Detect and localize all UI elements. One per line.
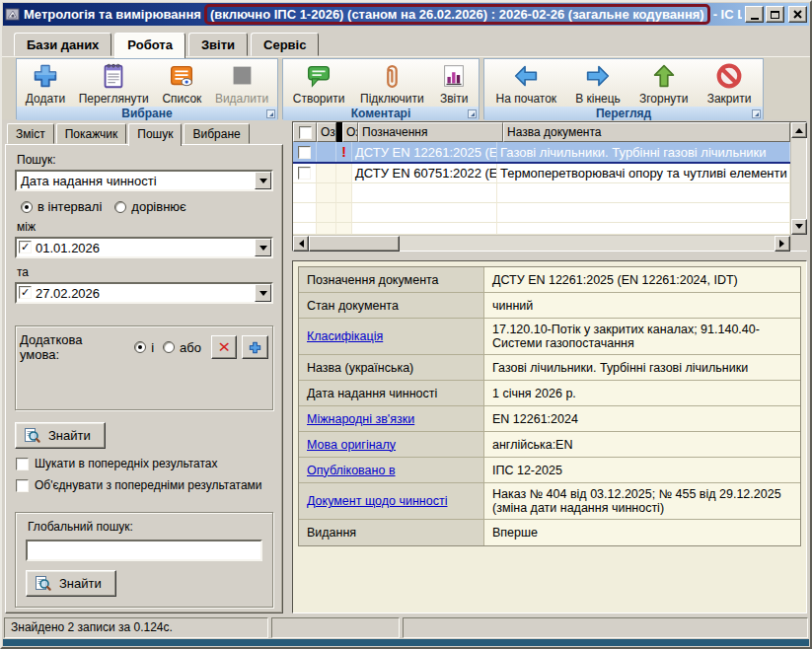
- header-checkbox[interactable]: [299, 126, 312, 139]
- row-checkbox[interactable]: [298, 167, 311, 180]
- dialog-launcher-icon[interactable]: [468, 109, 477, 118]
- dialog-launcher-icon[interactable]: [752, 109, 761, 118]
- column-header-name[interactable]: Назва документа: [503, 122, 790, 142]
- international-links-link[interactable]: Міжнародні зв'язки: [307, 412, 414, 426]
- reports-button[interactable]: Звіти: [436, 60, 472, 107]
- sidebar-tab-pokazhchyk[interactable]: Покажчик: [56, 123, 127, 144]
- date-to-checkbox[interactable]: ✓: [19, 286, 32, 299]
- column-header-oz[interactable]: Оз: [342, 122, 358, 142]
- add-condition-button[interactable]: [242, 335, 268, 359]
- detail-value: Вперше: [492, 526, 538, 540]
- chevron-down-icon: [259, 291, 267, 300]
- global-find-button[interactable]: Знайти: [26, 570, 116, 597]
- paperclip-icon: [377, 61, 406, 91]
- view-button[interactable]: Переглянути: [76, 60, 152, 107]
- scroll-down-button[interactable]: [791, 219, 807, 235]
- arrow-up-icon: [649, 61, 679, 91]
- date-from-checkbox[interactable]: ✓: [19, 241, 32, 253]
- scroll-right-button[interactable]: [775, 236, 790, 252]
- delete-button[interactable]: Видалити: [212, 60, 271, 107]
- dialog-launcher-icon[interactable]: [266, 109, 275, 118]
- global-search-input[interactable]: [26, 540, 262, 561]
- row-checkbox[interactable]: [298, 146, 311, 159]
- main-area: Зміст Покажчик Пошук Вибране Пошук: Дата…: [2, 119, 810, 615]
- scrollbar-thumb[interactable]: [309, 236, 400, 252]
- minimize-button[interactable]: [745, 6, 764, 23]
- merge-with-previous-checkbox[interactable]: [16, 479, 29, 492]
- published-in-link[interactable]: Опубліковано в: [307, 464, 396, 477]
- dropdown-button[interactable]: [255, 172, 271, 189]
- results-grid-header: Озн Оз Позначення Назва документа: [293, 122, 790, 142]
- title-highlight: (включно ІПС 1-2026) (станом на 26.02.20…: [204, 4, 710, 25]
- equals-radio[interactable]: [114, 201, 126, 213]
- maximize-button[interactable]: [766, 6, 784, 23]
- scroll-left-button[interactable]: [293, 236, 309, 252]
- collapse-button[interactable]: Згорнути: [636, 60, 692, 107]
- status-panel: [403, 617, 808, 638]
- table-row[interactable]: ! ДСТУ EN 12261:2025 (EN Газові лічильни…: [293, 142, 790, 164]
- date-to-combobox[interactable]: ✓ 27.02.2026: [15, 282, 273, 304]
- table-row: Документ щодо чинності Наказ № 404 від 0…: [299, 483, 800, 520]
- results-rows: ! ДСТУ EN 12261:2025 (EN Газові лічильни…: [293, 142, 790, 235]
- tab-zvity[interactable]: Звіти: [188, 33, 248, 56]
- title-prefix: Метрологія та вимірювання: [24, 7, 201, 22]
- extra-condition-label: Додаткова умова:: [20, 332, 119, 362]
- sidebar-tab-vybrane[interactable]: Вибране: [184, 123, 249, 144]
- add-icon: [248, 340, 262, 355]
- find-icon: [24, 427, 40, 444]
- or-radio[interactable]: [163, 341, 175, 353]
- vertical-splitter[interactable]: [283, 121, 292, 613]
- column-header-ozn[interactable]: Озн: [317, 122, 336, 142]
- go-first-button[interactable]: На початок: [493, 60, 560, 107]
- title-bar: Метрологія та вимірювання (включно ІПС 1…: [3, 3, 809, 26]
- dropdown-button[interactable]: [255, 284, 271, 302]
- table-row: Стан документа чинний: [299, 293, 800, 319]
- close-button[interactable]: [788, 6, 807, 23]
- detail-value: 1 січня 2026 р.: [492, 387, 576, 400]
- search-in-previous-checkbox[interactable]: [16, 458, 29, 470]
- row-designation: ДСТУ EN 60751:2022 (EN: [352, 164, 497, 183]
- date-from-combobox[interactable]: ✓ 01.01.2026: [15, 237, 273, 258]
- tab-bazy-danykh[interactable]: Бази даних: [14, 33, 111, 56]
- search-field-combobox[interactable]: Дата надання чинності: [15, 170, 273, 191]
- sidebar-tab-zmist[interactable]: Зміст: [7, 123, 54, 144]
- table-row: Видання Вперше: [299, 520, 800, 545]
- attach-comment-button[interactable]: Підключити: [357, 60, 427, 107]
- remove-condition-button[interactable]: ✕: [211, 335, 238, 359]
- original-language-link[interactable]: Мова оригіналу: [307, 438, 396, 452]
- classification-link[interactable]: Класифікація: [307, 329, 383, 343]
- and-radio[interactable]: [134, 341, 146, 353]
- add-button[interactable]: Додати: [23, 60, 68, 107]
- scroll-up-button[interactable]: [791, 122, 807, 138]
- status-panel: [271, 617, 400, 638]
- table-row[interactable]: ДСТУ EN 60751:2022 (EN Термоперетворювач…: [293, 164, 790, 183]
- triangle-up-icon: [795, 124, 803, 133]
- find-button[interactable]: Знайти: [15, 422, 106, 449]
- scrollbar-track[interactable]: [791, 138, 806, 219]
- minimize-icon: [751, 18, 759, 20]
- create-comment-button[interactable]: Створити: [290, 60, 348, 107]
- document-detail-table: Позначення документа ДСТУ EN 12261:2025 …: [298, 266, 801, 546]
- tab-robota[interactable]: Робота: [114, 33, 185, 58]
- horizontal-scrollbar[interactable]: [293, 235, 790, 251]
- between-label: між: [17, 220, 273, 234]
- vertical-scrollbar[interactable]: [790, 122, 806, 251]
- column-header-designation[interactable]: Позначення: [358, 122, 503, 142]
- dropdown-button[interactable]: [255, 239, 271, 256]
- equals-radio-label: дорівнює: [131, 199, 185, 214]
- delete-icon: [227, 61, 257, 91]
- tab-servis[interactable]: Сервіс: [251, 33, 319, 56]
- go-last-button[interactable]: В кінець: [572, 60, 624, 107]
- group-caption: Перегляд: [596, 107, 651, 120]
- app-window: Метрологія та вимірювання (включно ІПС 1…: [0, 0, 812, 649]
- table-row: Мова оригіналу англійська:EN: [299, 432, 800, 458]
- interval-radio-label: в інтервалі: [37, 199, 102, 214]
- list-button[interactable]: Список: [159, 60, 204, 107]
- validity-document-link[interactable]: Документ щодо чинності: [307, 494, 447, 508]
- select-all-header[interactable]: [293, 122, 317, 142]
- interval-radio[interactable]: [21, 201, 33, 213]
- horizontal-splitter[interactable]: [292, 252, 807, 260]
- table-row: Класифікація 17.120.10-Потік у закритих …: [299, 319, 800, 355]
- close-view-button[interactable]: Закрити: [704, 60, 755, 107]
- sidebar-tab-poshuk[interactable]: Пошук: [128, 123, 182, 146]
